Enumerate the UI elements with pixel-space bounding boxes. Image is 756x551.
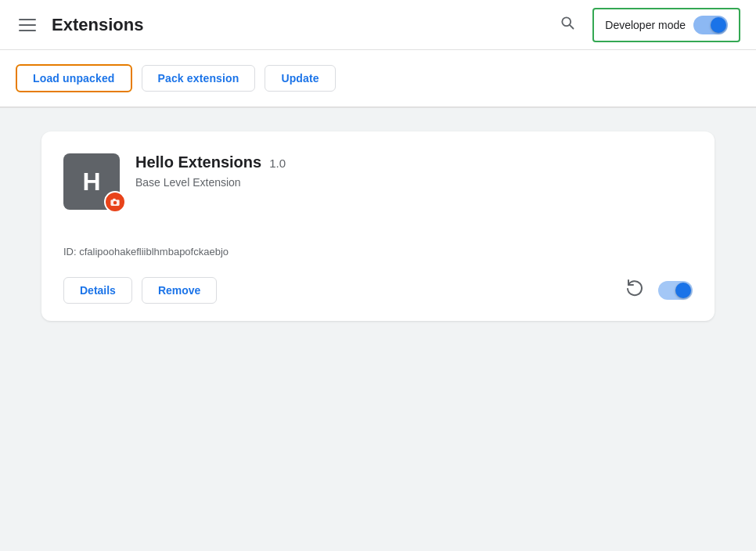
search-button[interactable] (555, 10, 580, 39)
pack-extension-button[interactable]: Pack extension (142, 65, 256, 92)
extension-badge (104, 191, 126, 213)
extension-id: ID: cfalipoohakefliiblhmbapofckaebjo (63, 246, 229, 257)
extension-name-row: Hello Extensions 1.0 (135, 153, 693, 171)
update-button[interactable]: Update (265, 65, 335, 92)
remove-button[interactable]: Remove (142, 277, 217, 304)
developer-mode-box: Developer mode (592, 8, 740, 42)
extension-card: H Hello Extensions 1.0 Base Level Extens… (41, 131, 715, 321)
header: Extensions Developer mode (0, 0, 756, 50)
hamburger-line-2 (19, 24, 36, 26)
card-top: H Hello Extensions 1.0 Base Level Extens… (63, 153, 693, 210)
main-content: H Hello Extensions 1.0 Base Level Extens… (0, 108, 756, 344)
card-actions: Details Remove (63, 277, 217, 304)
extension-info: Hello Extensions 1.0 Base Level Extensio… (135, 153, 693, 189)
card-right (625, 279, 693, 302)
extension-id-row: ID: cfalipoohakefliiblhmbapofckaebjo (63, 238, 693, 258)
camera-icon (110, 196, 121, 207)
header-right: Developer mode (555, 8, 740, 42)
reload-button[interactable] (625, 279, 644, 302)
developer-mode-label: Developer mode (605, 19, 686, 31)
toggle-thumb (711, 17, 726, 33)
load-unpacked-button[interactable]: Load unpacked (16, 64, 132, 92)
reload-icon (625, 279, 644, 297)
extension-version: 1.0 (269, 157, 286, 170)
search-icon (560, 15, 575, 31)
header-left: Extensions (16, 15, 143, 35)
details-button[interactable]: Details (63, 277, 132, 304)
card-bottom: Details Remove (63, 277, 693, 304)
hamburger-menu[interactable] (16, 16, 39, 34)
page-title: Extensions (52, 15, 143, 35)
extension-icon-wrapper: H (63, 153, 120, 210)
hamburger-line-1 (19, 19, 36, 20)
svg-point-3 (113, 201, 117, 204)
svg-line-1 (570, 25, 574, 29)
extension-description: Base Level Extension (135, 176, 693, 189)
toolbar: Load unpacked Pack extension Update (0, 50, 756, 107)
hamburger-line-3 (19, 30, 36, 31)
card-toggle-thumb (675, 283, 691, 298)
extension-name: Hello Extensions (135, 153, 261, 171)
svg-rect-4 (113, 199, 116, 200)
extension-toggle[interactable] (658, 281, 693, 300)
developer-mode-toggle[interactable] (693, 16, 728, 34)
